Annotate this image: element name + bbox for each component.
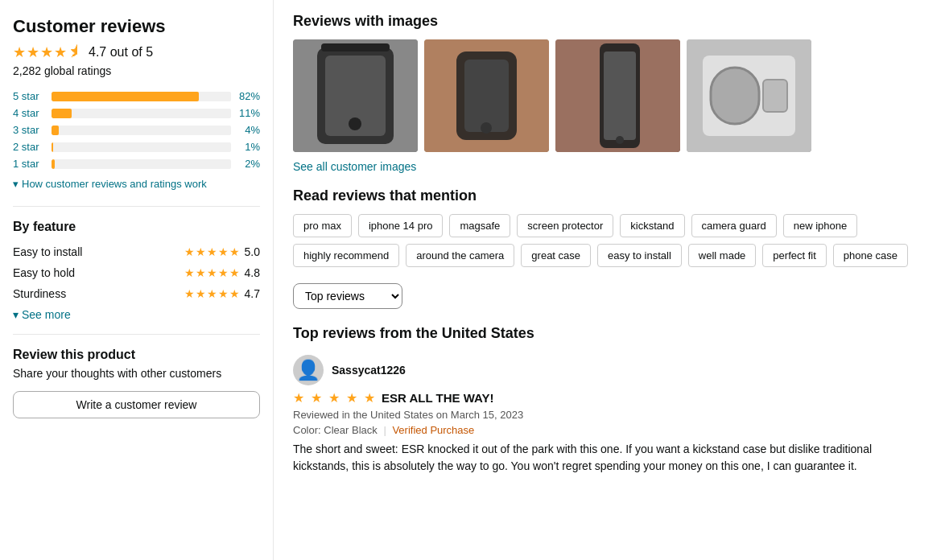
- rating-bar-5[interactable]: 5 star 82%: [13, 90, 260, 102]
- feature-name-install: Easy to install: [13, 245, 93, 258]
- review-product-title: Review this product: [13, 348, 260, 362]
- review-thumb-1[interactable]: [293, 39, 418, 152]
- star-1: ★: [13, 43, 26, 61]
- bar-label-1: 1 star: [13, 158, 45, 170]
- feature-easy-to-hold: Easy to hold ★ ★ ★ ★ ★ 4.8: [13, 266, 260, 279]
- divider-2: [13, 334, 260, 335]
- reviewer-avatar: 👤: [293, 355, 324, 385]
- rating-bar-4[interactable]: 4 star 11%: [13, 107, 260, 119]
- h-star-3: ★: [207, 266, 217, 279]
- sort-dropdown-row: Top reviews Most recent: [293, 283, 926, 309]
- feature-stars-install: ★ ★ ★ ★ ★: [184, 245, 240, 258]
- f-star-4: ★: [218, 245, 229, 258]
- f-star-5: ★: [229, 245, 240, 258]
- see-more-link[interactable]: ▾ See more: [13, 308, 260, 321]
- review-star-5: ★: [364, 390, 375, 406]
- tag-around-the-camera[interactable]: around the camera: [406, 244, 514, 267]
- svg-rect-7: [464, 60, 509, 132]
- rating-bar-3[interactable]: 3 star 4%: [13, 124, 260, 136]
- top-reviews-title: Top reviews from the United States: [293, 325, 926, 342]
- review-color-label: Color: Clear Black: [293, 424, 378, 436]
- review-images-row: [293, 39, 926, 152]
- tag-camera-guard[interactable]: camera guard: [691, 214, 777, 237]
- s-star-2: ★: [196, 287, 206, 300]
- review-thumb-4[interactable]: [687, 39, 811, 152]
- divider-1: [13, 206, 260, 207]
- h-star-5: ★: [229, 266, 240, 279]
- svg-rect-4: [321, 43, 390, 51]
- right-panel: Reviews with images: [274, 0, 945, 560]
- bar-pct-4: 11%: [237, 107, 260, 119]
- tag-new-iphone[interactable]: new iphone: [783, 214, 858, 237]
- tag-well-made[interactable]: well made: [688, 244, 757, 267]
- tag-great-case[interactable]: great case: [521, 244, 591, 267]
- svg-point-3: [349, 117, 361, 130]
- bar-label-2: 2 star: [13, 141, 45, 153]
- tag-iphone-14-pro[interactable]: iphone 14 pro: [358, 214, 444, 237]
- s-star-3: ★: [207, 287, 217, 300]
- rating-bars: 5 star 82% 4 star 11% 3 star 4% 2 star: [13, 90, 260, 170]
- bar-label-5: 5 star: [13, 90, 45, 102]
- global-ratings: 2,282 global ratings: [13, 64, 260, 77]
- feature-sturdiness: Sturdiness ★ ★ ★ ★ ★ 4.7: [13, 287, 260, 300]
- bar-outer-5: [52, 92, 231, 101]
- feature-stars-sturdiness: ★ ★ ★ ★ ★: [184, 287, 240, 300]
- tag-easy-to-install[interactable]: easy to install: [597, 244, 682, 267]
- h-star-1: ★: [184, 266, 195, 279]
- review-color-row: Color: Clear Black | Verified Purchase: [293, 424, 926, 436]
- bar-outer-4: [52, 109, 231, 118]
- reviewer-name: Sassycat1226: [332, 364, 406, 377]
- svg-rect-11: [604, 51, 636, 140]
- write-review-button[interactable]: Write a customer review: [13, 391, 260, 418]
- rating-bar-2[interactable]: 2 star 1%: [13, 141, 260, 153]
- feature-score-hold: 4.8: [245, 266, 260, 279]
- bar-inner-4: [52, 109, 72, 118]
- see-all-images-link[interactable]: See all customer images: [293, 160, 416, 173]
- bar-outer-1: [52, 159, 231, 169]
- review-thumb-3[interactable]: [555, 39, 680, 152]
- tags-container: pro max iphone 14 pro magsafe screen pro…: [293, 214, 926, 267]
- tag-screen-protector[interactable]: screen protector: [517, 214, 613, 237]
- star-2: ★: [27, 43, 39, 61]
- customer-reviews-title: Customer reviews: [13, 16, 260, 37]
- star-4: ★: [54, 43, 67, 61]
- f-star-2: ★: [196, 245, 206, 258]
- tag-highly-recommend[interactable]: highly recommend: [293, 244, 399, 267]
- tag-perfect-fit[interactable]: perfect fit: [762, 244, 826, 267]
- review-headline: ESR ALL THE WAY!: [382, 391, 493, 405]
- review-item-1: 👤 Sassycat1226 ★ ★ ★ ★ ★ ESR ALL THE WAY…: [293, 355, 926, 475]
- rating-bar-1[interactable]: 1 star 2%: [13, 158, 260, 170]
- tag-kickstand[interactable]: kickstand: [620, 214, 684, 237]
- bar-label-4: 4 star: [13, 107, 45, 119]
- svg-rect-15: [711, 68, 759, 124]
- pipe: |: [383, 424, 386, 436]
- review-star-1: ★: [293, 390, 304, 406]
- s-star-1: ★: [184, 287, 195, 300]
- sort-select[interactable]: Top reviews Most recent: [293, 283, 402, 309]
- s-star-5: ★: [229, 287, 240, 300]
- review-star-3: ★: [328, 390, 340, 406]
- review-text: The short and sweet: ESR knocked it out …: [293, 441, 926, 475]
- tag-pro-max[interactable]: pro max: [293, 214, 352, 237]
- how-ratings-link[interactable]: ▾ How customer reviews and ratings work: [13, 178, 260, 190]
- tag-magsafe[interactable]: magsafe: [449, 214, 510, 237]
- bar-pct-3: 4%: [237, 124, 260, 136]
- feature-name-hold: Easy to hold: [13, 266, 93, 279]
- review-star-2: ★: [311, 390, 322, 406]
- review-thumb-2[interactable]: [424, 39, 549, 152]
- reviewer-row: 👤 Sassycat1226: [293, 355, 926, 385]
- tag-phone-case[interactable]: phone case: [833, 244, 908, 267]
- bar-inner-2: [52, 142, 53, 152]
- bar-outer-2: [52, 142, 231, 152]
- by-feature-title: By feature: [13, 220, 260, 234]
- review-star-4: ★: [346, 390, 357, 406]
- feature-score-sturdiness: 4.7: [245, 287, 260, 300]
- overall-rating-value: 4.7 out of 5: [89, 45, 153, 60]
- bar-inner-1: [52, 159, 55, 169]
- feature-score-install: 5.0: [245, 245, 260, 258]
- overall-stars: ★ ★ ★ ★ ⯨: [13, 43, 82, 61]
- bar-label-3: 3 star: [13, 124, 45, 136]
- bar-pct-2: 1%: [237, 141, 260, 153]
- review-stars-row: ★ ★ ★ ★ ★ ESR ALL THE WAY!: [293, 390, 926, 406]
- chevron-down-icon-2: ▾: [13, 308, 19, 321]
